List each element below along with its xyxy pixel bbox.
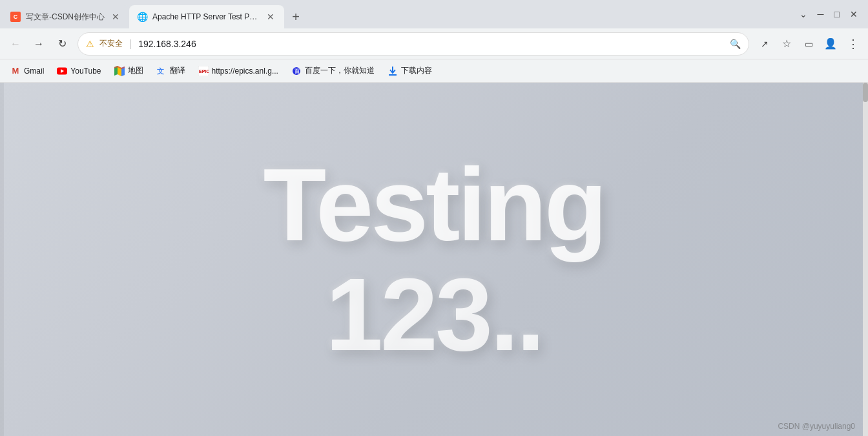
scrollbar[interactable] [863, 83, 868, 436]
warning-triangle-icon: ⚠ [86, 39, 94, 49]
page-content: Testing 123.. CSDN @yuyuyuliang0 [0, 83, 868, 436]
lens-icon[interactable]: 🔍 [730, 39, 741, 49]
tab-csdn-title: 写文章-CSDN创作中心 [26, 12, 105, 23]
bookmark-download[interactable]: 下载内容 [382, 63, 437, 79]
bookmark-baidu-label: 百度一下，你就知道 [305, 65, 375, 76]
reload-button[interactable]: ↻ [52, 34, 72, 54]
separator: | [129, 38, 132, 50]
new-tab-button[interactable]: + [287, 8, 305, 26]
sidebar-button[interactable]: ▭ [798, 34, 819, 54]
bookmarks-bar: M Gmail YouTube [0, 59, 868, 83]
bookmark-maps-label: 地图 [128, 65, 143, 76]
youtube-icon [57, 66, 67, 76]
share-icon: ↗ [761, 39, 769, 49]
window-maximize-button[interactable]: □ [834, 9, 840, 19]
tabs-container: C 写文章-CSDN创作中心 ✕ 🌐 Apache HTTP Server Te… [0, 0, 789, 28]
menu-icon: ⋮ [847, 37, 858, 51]
tab-csdn[interactable]: C 写文章-CSDN创作中心 ✕ [3, 5, 129, 28]
tab-bar: C 写文章-CSDN创作中心 ✕ 🌐 Apache HTTP Server Te… [0, 0, 868, 28]
bookmark-epics-label: https://epics.anl.g... [212, 67, 278, 76]
bookmark-baidu[interactable]: 百 百度一下，你就知道 [286, 63, 380, 79]
maps-icon [114, 66, 125, 76]
forward-icon: → [34, 38, 44, 50]
security-warning-text: 不安全 [99, 38, 123, 49]
profile-button[interactable]: 👤 [820, 34, 841, 54]
window-controls: ⌄ ─ □ ✕ [789, 0, 868, 28]
watermark-text: CSDN @yuyuyuliang0 [778, 422, 855, 431]
bookmark-youtube-label: YouTube [70, 67, 101, 76]
address-bar[interactable]: ⚠ 不安全 | 192.168.3.246 🔍 [78, 32, 749, 56]
bookmark-translate[interactable]: 文 翻译 [151, 63, 191, 79]
scrollbar-thumb[interactable] [863, 83, 868, 102]
tab-apache-close-button[interactable]: ✕ [265, 11, 276, 23]
window-overflow-icon[interactable]: ⌄ [800, 9, 807, 19]
bookmark-gmail-label: Gmail [24, 67, 44, 76]
svg-text:文: 文 [157, 67, 164, 75]
toolbar: ← → ↻ ⚠ 不安全 | 192.168.3.246 🔍 ↗ ☆ ▭ [0, 28, 868, 59]
tab-apache[interactable]: 🌐 Apache HTTP Server Test Page ✕ [129, 5, 284, 28]
download-icon [388, 66, 398, 76]
translate-icon: 文 [156, 66, 167, 76]
forward-button[interactable]: → [28, 34, 49, 54]
csdn-favicon-icon: C [10, 12, 21, 22]
bookmark-youtube[interactable]: YouTube [52, 63, 106, 79]
bookmark-button[interactable]: ☆ [776, 34, 797, 54]
gmail-icon: M [10, 66, 21, 76]
url-display[interactable]: 192.168.3.246 [138, 39, 725, 49]
left-edge [0, 83, 4, 436]
bookmark-translate-label: 翻译 [170, 65, 185, 76]
bookmark-maps[interactable]: 地图 [109, 63, 149, 79]
page-main-heading: Testing [263, 153, 604, 256]
window-close-button[interactable]: ✕ [850, 9, 858, 19]
tab-csdn-close-button[interactable]: ✕ [110, 11, 121, 23]
bookmark-icon: ☆ [782, 37, 791, 50]
reload-icon: ↻ [58, 37, 67, 50]
window-minimize-button[interactable]: ─ [818, 9, 824, 19]
tab-apache-title: Apache HTTP Server Test Page [152, 12, 260, 21]
baidu-icon: 百 [291, 66, 302, 76]
back-icon: ← [10, 38, 21, 50]
sidebar-icon: ▭ [805, 39, 813, 49]
back-button[interactable]: ← [5, 34, 26, 54]
profile-icon: 👤 [824, 37, 837, 50]
svg-text:百: 百 [294, 68, 299, 74]
browser-chrome: C 写文章-CSDN创作中心 ✕ 🌐 Apache HTTP Server Te… [0, 0, 868, 83]
apache-favicon-icon: 🌐 [137, 12, 147, 22]
page-sub-heading: 123.. [326, 263, 542, 366]
share-button[interactable]: ↗ [754, 34, 775, 54]
bookmark-epics[interactable]: EPICS https://epics.anl.g... [193, 63, 284, 79]
menu-button[interactable]: ⋮ [842, 34, 863, 54]
bookmark-download-label: 下载内容 [401, 65, 432, 76]
svg-text:EPICS: EPICS [199, 69, 209, 74]
epics-icon: EPICS [198, 66, 209, 76]
toolbar-actions: ↗ ☆ ▭ 👤 ⋮ [754, 34, 863, 54]
bookmark-gmail[interactable]: M Gmail [5, 63, 49, 79]
